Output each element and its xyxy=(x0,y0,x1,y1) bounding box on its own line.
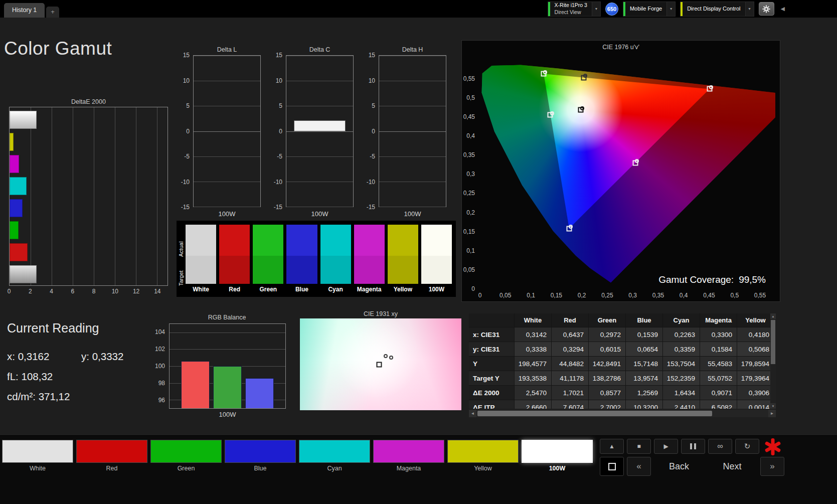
test-patch-row: WhiteRedGreenBlueCyanMagentaYellow100W xyxy=(1,439,594,472)
actual-target-swatch-panel: Actual Target WhiteRedGreenBlueCyanMagen… xyxy=(177,221,456,297)
pause-button[interactable] xyxy=(681,439,705,454)
y-tick-label: -10 xyxy=(274,179,282,185)
gridline xyxy=(286,106,353,106)
deltae2000-chart xyxy=(9,107,168,286)
y-tick-label: 0,1 xyxy=(466,248,475,254)
next-button[interactable]: Next xyxy=(707,461,757,472)
delta-h-y-axis: 151050-5-10-15 xyxy=(362,55,377,207)
scroll-left-icon[interactable]: ◄ xyxy=(469,410,476,417)
swatch-target-color xyxy=(219,256,250,284)
new-tab-button[interactable]: + xyxy=(46,7,59,18)
y-tick-label: 10 xyxy=(276,78,282,84)
x-tick-label: 0,2 xyxy=(578,292,586,298)
chevron-down-icon[interactable]: ▼ xyxy=(592,2,600,16)
meter-selector[interactable]: X-Rite i1Pro 3 Direct View ▼ xyxy=(548,2,601,17)
deltae2000-x-axis: 02468101214 xyxy=(9,287,168,295)
settings-button[interactable] xyxy=(759,2,774,16)
cie1976-measured-magenta xyxy=(635,159,639,163)
table-cell: 2,7002 xyxy=(589,400,625,409)
tab-history-1[interactable]: History 1 xyxy=(4,3,45,18)
swatch-target-color xyxy=(388,256,418,284)
pause-bar xyxy=(694,443,696,449)
back-button[interactable]: Back xyxy=(654,461,704,472)
pause-bar xyxy=(690,443,692,449)
chevron-down-icon[interactable]: ▼ xyxy=(745,2,754,16)
luminance-badge[interactable]: 650 xyxy=(605,3,618,16)
delta-l-x-label: 100W xyxy=(193,210,261,218)
gridline xyxy=(379,56,446,56)
stop-button[interactable]: ■ xyxy=(627,439,651,454)
swatch-100w: 100W xyxy=(421,225,452,293)
measurement-table: WhiteRedGreenBlueCyanMagentaYellowx: CIE… xyxy=(469,313,776,409)
y-tick-label: 15 xyxy=(369,52,375,58)
table-cell: 0,1539 xyxy=(626,327,662,342)
next-page-button[interactable]: » xyxy=(760,457,784,476)
x-tick-label: 0,05 xyxy=(499,292,511,298)
patch-button-blue[interactable]: Blue xyxy=(224,439,297,472)
table-row-label: Target Y xyxy=(469,371,514,385)
y-tick-label: 102 xyxy=(155,346,165,352)
vertical-scroll-thumb[interactable] xyxy=(771,320,775,364)
table-cell: 41,1178 xyxy=(552,371,588,385)
display-control-label: Direct Display Control xyxy=(683,2,745,16)
x-tick-label: 0 xyxy=(478,292,482,298)
patch-button-green[interactable]: Green xyxy=(149,439,223,472)
patch-button-white[interactable]: White xyxy=(1,439,74,472)
x-tick-label: 10 xyxy=(112,288,118,294)
up-button[interactable]: ▲ xyxy=(600,439,624,454)
swatch-actual-color xyxy=(186,225,216,256)
patch-button-cyan[interactable]: Cyan xyxy=(298,439,371,472)
gridline xyxy=(286,131,353,132)
deltae-bar-blue xyxy=(10,199,23,217)
display-control-selector[interactable]: Direct Display Control ▼ xyxy=(680,2,754,17)
swatch-patch xyxy=(186,225,216,284)
horizontal-scroll-thumb[interactable] xyxy=(477,411,712,416)
gridline xyxy=(194,56,260,56)
asterisk-icon[interactable] xyxy=(762,437,783,457)
scroll-up-icon[interactable]: ▲ xyxy=(770,313,776,319)
tab-strip: History 1 + xyxy=(4,0,59,18)
table-row-label: ΔE ITP xyxy=(469,400,514,409)
back-page-button[interactable]: « xyxy=(627,457,651,476)
table-cell: 198,4577 xyxy=(515,357,551,371)
y-tick-label: 15 xyxy=(183,52,190,58)
patch-button-yellow[interactable]: Yellow xyxy=(446,439,520,472)
chevron-down-icon[interactable]: ▼ xyxy=(666,2,675,16)
refresh-button[interactable]: ↻ xyxy=(735,439,759,454)
source-selector[interactable]: Mobile Forge ▼ xyxy=(623,2,676,17)
collapse-panel-icon[interactable]: ◀ xyxy=(779,6,787,12)
delta-h-title: Delta H xyxy=(379,46,446,53)
table-cell: 6,5082 xyxy=(700,400,737,409)
swatch-white: White xyxy=(186,225,216,293)
patch-button-red[interactable]: Red xyxy=(75,439,148,472)
scroll-down-icon[interactable]: ▼ xyxy=(770,403,776,409)
patch-button-100w[interactable]: 100W xyxy=(521,439,594,472)
cie1976-measured-blue xyxy=(569,225,573,229)
table-cell: 138,2786 xyxy=(589,371,625,385)
swatch-actual-color xyxy=(388,225,418,256)
table-header-green: Green xyxy=(589,313,625,327)
reading-fl: fL: 108,32 xyxy=(7,371,162,383)
screen-size-button[interactable] xyxy=(600,457,624,476)
rgb-bars xyxy=(170,324,285,408)
table-cell: 179,3964 xyxy=(737,371,774,385)
y-tick-label: -5 xyxy=(370,153,375,159)
gamut-coverage-label: Gamut Coverage: xyxy=(658,274,734,285)
cie1976-measured-yellow xyxy=(583,74,587,78)
measurement-table-grid: WhiteRedGreenBlueCyanMagentaYellowx: CIE… xyxy=(469,313,770,409)
y-tick-label: 5 xyxy=(372,103,375,109)
scroll-right-icon[interactable]: ► xyxy=(768,410,776,417)
cie1976-markers xyxy=(480,56,775,289)
table-horizontal-scrollbar[interactable]: ◄ ► xyxy=(469,410,776,417)
swatch-actual-color xyxy=(219,225,250,256)
table-vertical-scrollbar[interactable]: ▲ ▼ xyxy=(770,313,776,409)
patch-button-magenta[interactable]: Magenta xyxy=(372,439,445,472)
play-button[interactable]: ▶ xyxy=(654,439,678,454)
loop-button[interactable]: ∞ xyxy=(708,439,732,454)
table-header-magenta: Magenta xyxy=(700,313,737,327)
deltae2000-chart-title: DeltaE 2000 xyxy=(9,98,168,105)
y-tick-label: 5 xyxy=(279,103,282,109)
table-cell: 0,3338 xyxy=(515,342,551,356)
rgb-bar-red xyxy=(181,361,210,408)
table-cell: 0,1584 xyxy=(700,342,737,356)
